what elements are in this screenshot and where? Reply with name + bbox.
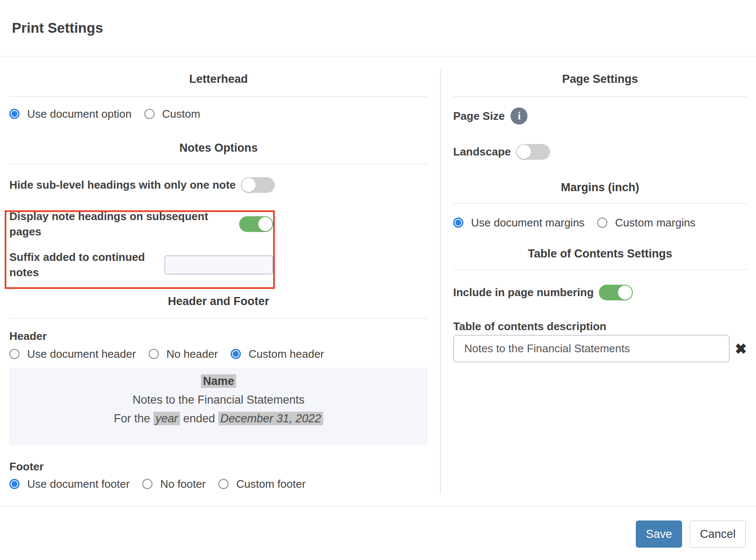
include-page-numbering-label: Include in page numbering — [453, 285, 594, 300]
letterhead-options: Use document option Custom — [9, 106, 428, 122]
radio-label: Custom footer — [236, 478, 305, 491]
preview-name-line: Name — [9, 372, 428, 390]
footer-group-label: Footer — [9, 459, 428, 474]
radio-option-use-document-margins[interactable]: Use document margins — [453, 216, 584, 229]
footer-options: Use document footer No footer Custom foo… — [9, 476, 428, 492]
notes-options-heading: Notes Options — [9, 139, 428, 156]
landscape-row: Landscape — [453, 144, 747, 160]
suffix-input[interactable] — [164, 255, 273, 274]
page-size-label: Page Size — [453, 108, 505, 124]
radio-unselected-icon[interactable] — [218, 479, 228, 489]
display-headings-row: Display note headings on subsequent page… — [9, 216, 273, 232]
page-settings-divider — [453, 96, 747, 97]
page-size-row: Page Size i — [453, 107, 747, 124]
radio-label: Custom margins — [615, 216, 695, 229]
save-button[interactable]: Save — [636, 520, 682, 548]
highlighted-settings-box: Display note headings on subsequent page… — [5, 210, 275, 289]
info-icon[interactable]: i — [511, 107, 528, 124]
radio-option-use-document-header[interactable]: Use document header — [9, 348, 136, 361]
radio-selected-icon[interactable] — [9, 479, 20, 489]
toc-settings-heading: Table of Contents Settings — [453, 245, 747, 262]
header-group-label: Header — [9, 328, 428, 344]
preview-title-line: Notes to the Financial Statements — [9, 390, 428, 409]
column-divider — [440, 69, 441, 494]
radio-unselected-icon[interactable] — [9, 349, 20, 359]
toggle-knob — [242, 178, 256, 192]
toggle-knob — [517, 145, 531, 159]
include-page-numbering-toggle[interactable] — [599, 285, 633, 300]
header-footer-heading: Header and Footer — [9, 293, 428, 310]
radio-option-custom-letterhead[interactable]: Custom — [144, 107, 200, 121]
landscape-label: Landscape — [453, 144, 511, 159]
hide-sublevel-label: Hide sub-level headings with only one no… — [9, 177, 236, 192]
left-column: Letterhead Use document option Custom No… — [0, 57, 440, 506]
radio-selected-icon[interactable] — [231, 349, 241, 359]
radio-label: Use document footer — [27, 478, 130, 491]
toc-description-input[interactable] — [453, 335, 730, 362]
letterhead-divider — [9, 96, 428, 97]
radio-option-use-document-option[interactable]: Use document option — [9, 107, 132, 121]
header-options: Use document header No header Custom hea… — [9, 346, 428, 362]
include-page-numbering-row: Include in page numbering — [453, 284, 747, 301]
toc-settings-divider — [453, 269, 747, 270]
radio-option-custom-footer[interactable]: Custom footer — [218, 478, 305, 491]
clear-icon[interactable]: ✖ — [735, 342, 747, 356]
radio-option-custom-header[interactable]: Custom header — [231, 348, 324, 361]
radio-option-use-document-footer[interactable]: Use document footer — [9, 478, 130, 491]
toggle-knob — [258, 217, 272, 231]
margins-heading: Margins (inch) — [453, 179, 747, 196]
suffix-row: Suffix added to continued notes — [9, 249, 273, 280]
preview-date-line: For the year ended December 31, 2022 — [9, 409, 428, 428]
radio-selected-icon[interactable] — [453, 218, 463, 228]
custom-header-preview: Name Notes to the Financial Statements F… — [9, 368, 428, 445]
toc-description-label: Table of contents description — [453, 319, 747, 334]
preview-enddate-token: December 31, 2022 — [218, 412, 323, 425]
radio-unselected-icon[interactable] — [597, 218, 607, 228]
display-headings-toggle[interactable] — [239, 216, 273, 232]
action-bar: Save Cancel — [0, 506, 756, 560]
toc-description-row: ✖ — [453, 335, 747, 362]
radio-label: Use document header — [27, 348, 136, 361]
toggle-knob — [618, 286, 632, 300]
radio-option-custom-margins[interactable]: Custom margins — [597, 216, 695, 229]
preview-date-prefix: For the — [114, 412, 153, 425]
radio-option-no-header[interactable]: No header — [149, 348, 218, 361]
radio-label: No header — [166, 348, 218, 361]
radio-selected-icon[interactable] — [9, 109, 20, 119]
letterhead-heading: Letterhead — [9, 71, 428, 88]
title-bar: Print Settings — [0, 0, 756, 57]
radio-label: Custom header — [248, 348, 324, 361]
radio-label: No footer — [160, 478, 206, 491]
header-footer-divider — [9, 318, 428, 319]
radio-unselected-icon[interactable] — [142, 479, 152, 489]
margins-divider — [453, 203, 747, 204]
radio-label: Use document option — [27, 107, 132, 121]
preview-year-token: year — [153, 412, 180, 425]
radio-unselected-icon[interactable] — [149, 349, 159, 359]
main-content: Letterhead Use document option Custom No… — [0, 57, 756, 506]
suffix-label: Suffix added to continued notes — [9, 249, 160, 280]
page-title: Print Settings — [12, 20, 103, 36]
preview-name-token: Name — [201, 374, 237, 388]
cancel-button[interactable]: Cancel — [690, 520, 746, 548]
hide-sublevel-row: Hide sub-level headings with only one no… — [9, 177, 428, 193]
radio-label: Custom — [162, 107, 200, 121]
radio-option-no-footer[interactable]: No footer — [142, 478, 206, 491]
display-headings-label: Display note headings on subsequent page… — [9, 209, 234, 239]
radio-unselected-icon[interactable] — [144, 109, 155, 119]
landscape-toggle[interactable] — [516, 144, 550, 160]
notes-options-divider — [9, 164, 428, 164]
page-settings-heading: Page Settings — [453, 71, 747, 88]
right-column: Page Settings Page Size i Landscape Marg… — [440, 57, 756, 506]
preview-date-middle: ended — [180, 412, 218, 425]
radio-label: Use document margins — [471, 216, 584, 229]
margins-options: Use document margins Custom margins — [453, 215, 747, 230]
hide-sublevel-toggle[interactable] — [241, 177, 275, 193]
